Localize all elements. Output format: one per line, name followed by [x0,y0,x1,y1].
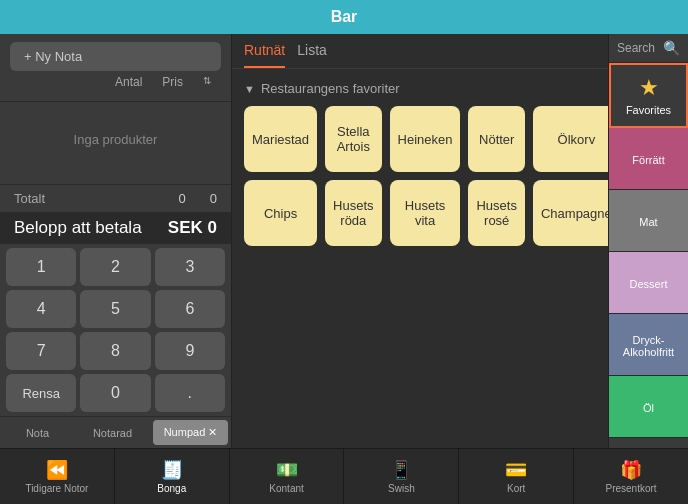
bottom-tabs-left: Nota Notarad Numpad ✕ [0,416,231,448]
cat-dessert-label: Dessert [630,278,668,290]
presentkort-label: Presentkort [605,483,656,494]
totalt-label: Totalt [14,191,45,206]
belopp-value: SEK 0 [168,218,217,238]
product-btn-champagne[interactable]: Champagne [533,180,608,246]
tidigare-notor-icon: ⏪ [46,459,68,481]
product-btn-mariestad[interactable]: Mariestad [244,106,317,172]
numpad-key-rensa[interactable]: Rensa [6,374,76,412]
tab-lista[interactable]: Lista [297,42,327,68]
cat-dessert[interactable]: Dessert [609,252,688,314]
product-btn-husets-vita[interactable]: Husets vita [390,180,461,246]
cat-ol[interactable]: Öl [609,376,688,438]
swish-label: Swish [388,483,415,494]
numpad-key-.[interactable]: . [155,374,225,412]
star-icon: ★ [639,75,659,101]
totalt-row: Totalt 0 0 [0,184,231,212]
bnav-kontant[interactable]: 💵 Kontant [230,449,345,504]
cat-mat[interactable]: Mat [609,190,688,252]
product-btn-ölkorv[interactable]: Ölkorv [533,106,608,172]
search-icon[interactable]: 🔍 [663,40,680,56]
tidigare-notor-label: Tidigare Notor [25,483,88,494]
product-grid: MariestadStella ArtoisHeinekenNötterÖlko… [244,106,596,246]
search-label: Search [617,41,655,55]
numpad-key-4[interactable]: 4 [6,290,76,328]
totalt-values: 0 0 [179,191,217,206]
bnav-swish[interactable]: 📱 Swish [344,449,459,504]
right-panel: Search 🔍 ★ Favorites Förrätt Mat Dessert… [608,34,688,448]
kort-icon: 💳 [505,459,527,481]
numpad-key-0[interactable]: 0 [80,374,150,412]
no-products-label: Inga produkter [0,102,231,177]
numpad-key-6[interactable]: 6 [155,290,225,328]
cat-favorites[interactable]: ★ Favorites [609,63,688,128]
swish-icon: 📱 [390,459,412,481]
product-btn-chips[interactable]: Chips [244,180,317,246]
tab-notarad[interactable]: Notarad [75,417,150,448]
numpad-grid: 123456789Rensa0. [6,248,225,412]
col-headers: Antal Pris ⇅ [10,71,221,93]
cat-dryck-label: Dryck- Alkoholfritt [623,334,674,358]
cat-ol-label: Öl [643,402,654,414]
section-title-label: Restaurangens favoriter [261,81,400,96]
bottom-nav: ⏪ Tidigare Notor 🧾 Bonga 💵 Kontant 📱 Swi… [0,448,688,504]
tab-rutnät[interactable]: Rutnät [244,42,285,68]
kontant-icon: 💵 [276,459,298,481]
cat-foratt[interactable]: Förrätt [609,128,688,190]
presentkort-icon: 🎁 [620,459,642,481]
right-search: Search 🔍 [609,34,688,63]
sort-icon[interactable]: ⇅ [203,75,211,89]
cat-foratt-label: Förrätt [632,154,664,166]
triangle-icon: ▼ [244,83,255,95]
section-title: ▼ Restaurangens favoriter [244,81,596,96]
center-content: ▼ Restaurangens favoriter MariestadStell… [232,69,608,448]
center-panel: Rutnät Lista ▼ Restaurangens favoriter M… [232,34,608,448]
bnav-presentkort[interactable]: 🎁 Presentkort [574,449,688,504]
numpad-key-7[interactable]: 7 [6,332,76,370]
bnav-kort[interactable]: 💳 Kort [459,449,574,504]
new-nota-button[interactable]: + Ny Nota [10,42,221,71]
numpad-key-2[interactable]: 2 [80,248,150,286]
kontant-label: Kontant [269,483,303,494]
totalt-pris: 0 [210,191,217,206]
cat-dryck[interactable]: Dryck- Alkoholfritt [609,314,688,376]
app-header: Bar [0,0,688,34]
numpad-key-5[interactable]: 5 [80,290,150,328]
numpad-key-9[interactable]: 9 [155,332,225,370]
belopp-row: Belopp att betala SEK 0 [0,212,231,244]
col-pris-label: Pris [162,75,183,89]
header-title: Bar [331,8,358,25]
main-area: + Ny Nota Antal Pris ⇅ Inga produkter To… [0,34,688,448]
numpad-key-1[interactable]: 1 [6,248,76,286]
center-tabs: Rutnät Lista [232,34,608,69]
left-panel: + Ny Nota Antal Pris ⇅ Inga produkter To… [0,34,232,448]
cat-mat-label: Mat [639,216,657,228]
bonga-icon: 🧾 [161,459,183,481]
totalt-antal: 0 [179,191,186,206]
tab-numpad[interactable]: Numpad ✕ [153,420,228,445]
tab-nota[interactable]: Nota [0,417,75,448]
bonga-label: Bonga [157,483,186,494]
numpad: 123456789Rensa0. [0,244,231,416]
belopp-label: Belopp att betala [14,218,142,238]
product-btn-husets-röda[interactable]: Husets röda [325,180,381,246]
product-btn-husets-rosé[interactable]: Husets rosé [468,180,524,246]
bnav-bonga[interactable]: 🧾 Bonga [115,449,230,504]
cat-favorites-label: Favorites [626,104,671,116]
kort-label: Kort [507,483,525,494]
bnav-tidigare-notor[interactable]: ⏪ Tidigare Notor [0,449,115,504]
product-btn-heineken[interactable]: Heineken [390,106,461,172]
left-top: + Ny Nota Antal Pris ⇅ [0,34,231,102]
product-btn-stella-artois[interactable]: Stella Artois [325,106,381,172]
numpad-key-3[interactable]: 3 [155,248,225,286]
col-antal-label: Antal [115,75,142,89]
numpad-key-8[interactable]: 8 [80,332,150,370]
product-btn-nötter[interactable]: Nötter [468,106,524,172]
